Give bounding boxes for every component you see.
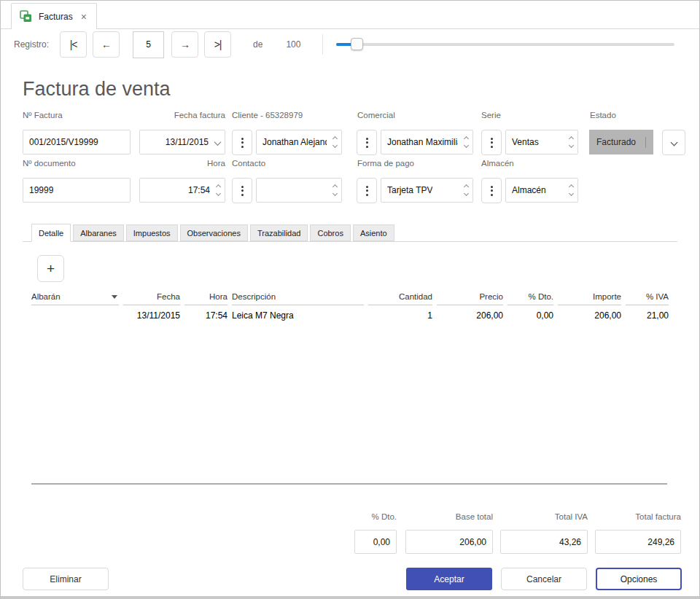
comercial-input[interactable]: Jonathan Maximiliano I [381,130,473,154]
contacto-lookup-button[interactable] [232,178,252,203]
label-almacen: Almacén [481,159,514,168]
page-title: Factura de venta [23,78,171,101]
prev-record-button[interactable]: ← [93,31,120,58]
tab-cobros[interactable]: Cobros [310,224,350,241]
opciones-button[interactable]: Opciones [596,568,682,590]
cliente-input[interactable]: Jonathan Alejandro M [256,130,342,154]
aceptar-button[interactable]: Aceptar [406,568,492,590]
cell-iva[interactable]: 21,00 [626,305,669,324]
cliente-lookup-button[interactable] [232,130,252,155]
record-slider[interactable] [336,38,674,51]
toolbar-divider [322,34,323,55]
next-record-button[interactable]: → [171,31,198,58]
first-record-button[interactable]: |< [60,31,87,58]
tab-impuestos[interactable]: Impuestos [126,224,178,241]
col-importe[interactable]: Importe [558,291,621,305]
registro-label: Registro: [14,39,49,50]
comercial-value: Jonathan Maximiliano I [387,137,458,147]
label-no-factura: Nº Factura [23,111,63,120]
last-record-button[interactable]: >| [204,31,231,58]
total-iva-input[interactable]: 43,26 [500,530,588,554]
tab-trazabilidad[interactable]: Trazabilidad [250,224,308,241]
slider-thumb[interactable] [351,38,363,50]
label-forma-pago: Forma de pago [357,159,414,168]
fecha-factura-value: 13/11/2015 [166,137,209,147]
total-dto-input[interactable]: 0,00 [354,530,397,554]
cell-importe[interactable]: 206,00 [558,305,621,324]
col-descripcion[interactable]: Descripción [232,291,364,305]
no-documento-value: 19999 [29,185,53,195]
estado-value: Facturado [596,137,636,147]
forma-pago-input[interactable]: Tarjeta TPV [381,178,473,203]
totals-divider [31,483,667,485]
col-fecha[interactable]: Fecha [123,291,180,305]
contacto-input[interactable] [256,178,342,203]
contacto-spinner[interactable] [333,185,337,195]
serie-lookup-button[interactable] [481,130,502,155]
col-dto[interactable]: % Dto. [508,291,553,305]
chevron-down-icon [670,139,677,146]
expand-header-button[interactable] [662,130,685,155]
forma-pago-spinner[interactable] [464,185,468,195]
col-albaran[interactable]: Albarán [31,291,119,305]
cell-dto[interactable]: 0,00 [508,305,553,324]
cell-albaran[interactable] [31,305,119,324]
tab-observaciones[interactable]: Observaciones [180,224,248,241]
sort-icon[interactable] [112,295,117,299]
tab-detalle[interactable]: Detalle [31,224,71,242]
document-tabbar: Facturas × [1,1,699,29]
add-line-button[interactable]: + [37,255,64,282]
label-contacto: Contacto [232,159,265,168]
no-documento-input[interactable]: 19999 [23,178,131,203]
col-cantidad[interactable]: Cantidad [368,291,432,305]
label-fecha-factura: Fecha factura [139,111,225,120]
no-factura-value: 001/2015/V19999 [29,137,98,147]
eliminar-button[interactable]: Eliminar [23,568,109,590]
forma-pago-lookup-button[interactable] [357,178,377,203]
slider-track[interactable] [336,43,674,46]
label-total-dto: % Dto. [354,512,397,521]
label-no-documento: Nº documento [23,159,76,168]
fecha-factura-input[interactable]: 13/11/2015 [139,130,225,154]
cell-fecha[interactable]: 13/11/2015 [123,305,180,324]
table-row[interactable]: 13/11/2015 17:54 Leica M7 Negra 1 206,00… [31,305,669,324]
comercial-spinner[interactable] [464,137,468,147]
cell-cantidad[interactable]: 1 [368,305,432,324]
almacen-value: Almacén [512,185,546,195]
no-factura-input[interactable]: 001/2015/V19999 [23,130,131,154]
date-dropdown-icon[interactable] [215,140,220,145]
cell-hora[interactable]: 17:54 [184,305,228,324]
hora-value: 17:54 [188,185,210,195]
hora-spinner[interactable] [217,185,220,195]
facturas-icon [20,10,32,23]
cliente-spinner[interactable] [333,137,337,147]
comercial-lookup-button[interactable] [357,130,377,155]
almacen-spinner[interactable] [569,185,573,195]
cell-descripcion[interactable]: Leica M7 Negra [232,305,364,324]
cancelar-button[interactable]: Cancelar [501,568,587,590]
hora-input[interactable]: 17:54 [139,178,225,203]
col-hora[interactable]: Hora [184,291,228,305]
estado-select[interactable]: Facturado [589,130,653,154]
label-estado: Estado [590,111,616,120]
forma-pago-value: Tarjeta TPV [387,185,432,195]
grid-header: Albarán Fecha Hora Descripción Cantidad … [31,291,669,305]
almacen-lookup-button[interactable] [481,178,502,203]
label-comercial: Comercial [357,111,395,120]
tab-asiento[interactable]: Asiento [353,224,394,241]
record-number-input[interactable]: 5 [133,31,164,58]
col-precio[interactable]: Precio [437,291,503,305]
base-total-input[interactable]: 206,00 [405,530,493,554]
detail-grid: Albarán Fecha Hora Descripción Cantidad … [31,291,669,324]
cell-precio[interactable]: 206,00 [437,305,503,324]
almacen-input[interactable]: Almacén [505,178,578,203]
invoice-window: Facturas × Registro: |< ← 5 → >| de 100 … [0,0,700,599]
serie-input[interactable]: Ventas [505,130,578,154]
close-icon[interactable]: × [79,11,88,23]
tab-albaranes[interactable]: Albaranes [73,224,124,241]
col-iva[interactable]: % IVA [626,291,669,305]
col-albaran-label: Albarán [31,292,61,301]
total-factura-input[interactable]: 249,26 [595,530,681,554]
tab-facturas[interactable]: Facturas × [11,3,97,29]
serie-spinner[interactable] [569,137,573,147]
